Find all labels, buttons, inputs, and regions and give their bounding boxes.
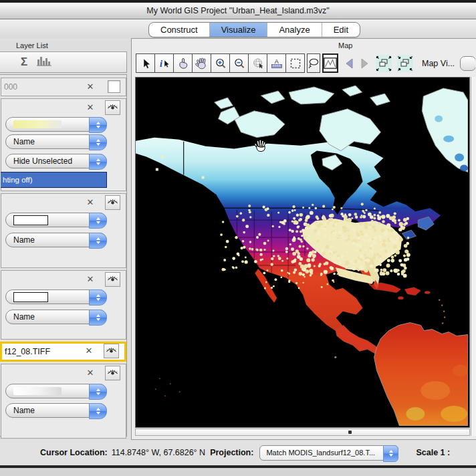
dropdown-stepper[interactable] (383, 445, 398, 462)
close-icon[interactable]: ✕ (84, 273, 96, 285)
app-window: My World GIS Project "Urban_Heat_Island.… (0, 0, 476, 476)
projection-label: Projection: (210, 448, 253, 457)
profile-graph-button[interactable] (322, 53, 338, 73)
rectangle-outline-swatch (13, 292, 48, 302)
measure-ruler-icon: A (271, 57, 283, 70)
pan-hand-icon (195, 57, 208, 70)
layer-name: f12_08.TIFF (2, 347, 50, 356)
yellow-gradient-swatch (13, 120, 62, 128)
select-arrow-icon (140, 57, 152, 70)
eye-icon[interactable] (105, 100, 120, 115)
zoom-to-extent-button[interactable] (376, 55, 392, 72)
color-scheme-dropdown[interactable] (5, 384, 107, 398)
map-panel-title: Map (338, 41, 352, 49)
close-icon[interactable]: ✕ (84, 196, 96, 208)
zoom-window-icon (397, 55, 413, 72)
layer-entry[interactable]: ✕ Name Hide Unselected (1, 98, 126, 191)
map-view-label[interactable]: Map Vi... (422, 59, 455, 68)
back-button[interactable] (344, 56, 354, 71)
selection-mode-dropdown[interactable]: Hide Unselected (5, 154, 107, 168)
lasso-select-icon (308, 57, 320, 70)
marquee-select-button[interactable] (286, 54, 304, 72)
zoom-window-button[interactable] (397, 55, 413, 72)
symbol-swatch-dropdown[interactable] (5, 289, 107, 304)
vertical-scrollbar[interactable] (471, 77, 476, 436)
label-field-dropdown[interactable]: Name (5, 310, 107, 324)
point-hand-icon (177, 57, 189, 70)
tab-analyze[interactable]: Analyze (267, 23, 322, 37)
dropdown-stepper[interactable] (89, 289, 107, 306)
symbol-swatch-dropdown[interactable] (5, 213, 107, 227)
eye-icon[interactable] (105, 272, 120, 287)
eye-icon[interactable] (105, 195, 120, 210)
dropdown-stepper[interactable] (89, 134, 107, 150)
layer-list: 000 ✕ ✕ (0, 74, 127, 437)
map-view-button-partial[interactable] (460, 56, 475, 71)
lasso-select-button[interactable] (307, 53, 320, 73)
mode-tab-bar: Construct Visualize Analyze Edit (0, 19, 476, 39)
info-select-button[interactable]: i (155, 54, 174, 72)
selected-layer-row[interactable]: hting off) (1, 172, 107, 188)
histogram-icon[interactable] (37, 55, 51, 69)
zoom-out-icon (233, 57, 245, 70)
dropdown-stepper[interactable] (89, 117, 107, 133)
layer-visibility-checkbox[interactable] (108, 80, 120, 93)
mode-segmented-control: Construct Visualize Analyze Edit (148, 22, 360, 37)
cursor-location-label: Cursor Location: (40, 448, 108, 457)
window-title: My World GIS Project "Urban_Heat_Island.… (146, 6, 329, 15)
globe-icon (252, 57, 264, 70)
layer-entry[interactable]: ✕ Name (1, 270, 126, 340)
cursor-location-value: 114.8748° W, 67.6826° N (112, 448, 205, 457)
main-content: Layer List Σ 000 ✕ (0, 38, 476, 440)
back-icon (344, 57, 354, 70)
title-bar[interactable]: My World GIS Project "Urban_Heat_Island.… (0, 3, 476, 19)
close-icon[interactable]: ✕ (84, 80, 96, 92)
close-icon[interactable]: ✕ (84, 101, 96, 113)
close-icon[interactable]: ✕ (84, 366, 96, 378)
dropdown-stepper[interactable] (89, 233, 107, 249)
eye-icon[interactable] (105, 366, 120, 380)
dropdown-stepper[interactable] (89, 154, 107, 170)
scale-label: Scale 1 : (416, 448, 450, 457)
layer-name: 000 (1, 82, 17, 92)
white-gradient-swatch (13, 387, 62, 395)
close-icon[interactable]: ✕ (83, 344, 95, 356)
layer-list-toolbar: Σ (0, 51, 127, 73)
dropdown-stepper[interactable] (89, 213, 107, 229)
forward-icon (360, 57, 370, 70)
layer-list-title: Layer List (16, 41, 48, 49)
tab-construct[interactable]: Construct (149, 23, 210, 37)
dropdown-stepper[interactable] (89, 384, 107, 400)
projection-dropdown[interactable]: Match MODIS_landsurf12_08.T... (259, 445, 398, 461)
point-select-button[interactable] (174, 54, 193, 72)
tab-edit[interactable]: Edit (322, 23, 360, 37)
map-panel: Map i (131, 38, 476, 440)
measure-button[interactable]: A (267, 54, 286, 72)
map-raster[interactable] (136, 78, 468, 426)
label-field-dropdown[interactable]: Name (5, 233, 107, 247)
horizontal-scrollbar[interactable] (135, 429, 470, 436)
map-toolbar: i (136, 53, 475, 74)
select-arrow-button[interactable] (136, 54, 155, 72)
layer-entry[interactable]: 000 ✕ (1, 78, 126, 96)
layer-entry-highlighted[interactable]: f12_08.TIFF ✕ (0, 342, 126, 362)
dropdown-stepper[interactable] (89, 310, 107, 326)
globe-button[interactable] (249, 54, 267, 72)
marquee-select-icon (289, 57, 302, 70)
layer-entry[interactable]: ✕ Name (1, 193, 126, 268)
sum-statistics-icon[interactable]: Σ (21, 55, 27, 69)
scrollbar-marker (348, 431, 352, 434)
zoom-out-button[interactable] (230, 54, 249, 72)
zoom-in-button[interactable] (211, 54, 230, 72)
label-field-dropdown[interactable]: Name (5, 134, 107, 149)
pan-button[interactable] (193, 54, 211, 72)
layer-entry[interactable]: ✕ Name (1, 364, 126, 439)
color-scheme-dropdown[interactable] (5, 117, 107, 132)
eye-icon[interactable] (104, 344, 119, 358)
info-select-icon: i (158, 57, 170, 70)
label-field-dropdown[interactable]: Name (5, 403, 107, 418)
forward-button[interactable] (360, 56, 370, 71)
tab-visualize[interactable]: Visualize (210, 23, 268, 37)
map-view[interactable] (135, 77, 470, 428)
dropdown-stepper[interactable] (89, 403, 107, 419)
